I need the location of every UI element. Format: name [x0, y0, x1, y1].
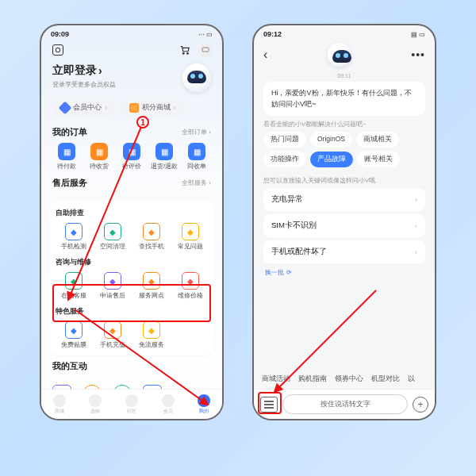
- chat-timestamp: 09:11: [254, 73, 435, 79]
- tab-bar: 商城 选购 社区 会员 我的: [41, 389, 222, 419]
- tab-mine[interactable]: 我的: [186, 390, 222, 419]
- category-chip[interactable]: 功能操作: [263, 152, 306, 167]
- faq-item[interactable]: SIM卡不识别›: [263, 214, 425, 237]
- avatar[interactable]: [182, 63, 211, 92]
- chip-hint: 看看全能的小V都能解决什么问题吧~: [263, 121, 425, 129]
- quick-link[interactable]: 领券中心: [335, 374, 363, 384]
- category-chip[interactable]: 热门问题: [263, 132, 306, 148]
- orders-more[interactable]: 全部订单 ›: [182, 128, 211, 136]
- service-item[interactable]: ◆手机充值: [93, 321, 132, 349]
- tab-member[interactable]: 会员: [150, 390, 186, 419]
- svg-point-0: [182, 53, 184, 55]
- phone-mockup-right: 09:12 ▤▭ ‹ ••• 09:11 Hi，亲爱的V粉，新年快乐！有什么问题…: [252, 24, 436, 420]
- points-mall-pill[interactable]: 积分商城›: [121, 98, 184, 117]
- refresh-button[interactable]: 换一批⟳: [265, 268, 424, 277]
- voice-input[interactable]: 按住说话转文字: [282, 394, 408, 414]
- annotation-1: [136, 116, 149, 129]
- after-more[interactable]: 全部服务 ›: [182, 178, 211, 187]
- faq-item[interactable]: 充电异常›: [263, 188, 425, 211]
- service-item[interactable]: ◆手机检测: [54, 223, 93, 251]
- login-title[interactable]: 立即登录›: [52, 63, 116, 78]
- category-chip[interactable]: 账号相关: [357, 152, 400, 167]
- group3-label: 特色服务: [56, 306, 208, 317]
- order-item[interactable]: ▦回收单: [182, 143, 211, 171]
- plus-icon[interactable]: +: [413, 397, 428, 413]
- phone-mockup-left: 09:09 ⋯▭ 立即登录› 登录享受更多会员权益 会员中心› 积分商城› 我的…: [40, 24, 224, 420]
- svg-point-1: [187, 53, 189, 55]
- quick-link[interactable]: 以: [408, 374, 415, 384]
- group1-label: 自助排查: [56, 208, 208, 218]
- member-center-pill[interactable]: 会员中心›: [52, 98, 115, 117]
- service-item[interactable]: ◆免流服务: [132, 321, 171, 349]
- order-item[interactable]: ▦待收货: [85, 143, 113, 171]
- svg-rect-2: [202, 48, 209, 52]
- order-item[interactable]: ▦退货/退款: [150, 143, 178, 171]
- service-item[interactable]: ◆免费贴膜: [54, 321, 93, 349]
- quick-link[interactable]: 商城活动: [262, 374, 290, 384]
- order-item[interactable]: ▦待付款: [52, 143, 81, 171]
- service-item[interactable]: ◆申请售后: [93, 272, 132, 300]
- login-subtitle: 登录享受更多会员权益: [52, 80, 116, 89]
- service-item[interactable]: ◆常见问题: [171, 223, 209, 251]
- status-time-r: 09:12: [263, 30, 282, 38]
- category-chip[interactable]: 产品故障: [310, 152, 353, 167]
- category-chip[interactable]: 商城相关: [356, 132, 399, 148]
- faq-item[interactable]: 手机或配件坏了›: [263, 240, 425, 263]
- interaction-title: 我的互动: [52, 360, 87, 372]
- service-item[interactable]: ◆空间清理: [93, 223, 132, 251]
- tab-community[interactable]: 社区: [113, 390, 150, 419]
- cart-icon[interactable]: [179, 44, 190, 56]
- category-chip[interactable]: OriginOS: [310, 132, 352, 148]
- more-icon[interactable]: •••: [411, 48, 425, 61]
- quick-link[interactable]: 机型对比: [371, 374, 400, 384]
- status-bar-r: 09:12 ▤▭: [254, 25, 435, 40]
- status-time: 09:09: [51, 30, 69, 38]
- service-item[interactable]: ◆在线客服: [54, 272, 93, 300]
- status-bar: 09:09 ⋯▭: [41, 25, 222, 40]
- bot-avatar: [328, 43, 351, 67]
- keyboard-icon[interactable]: [260, 397, 278, 413]
- service-item[interactable]: ◆查找手机: [132, 223, 171, 251]
- message-icon[interactable]: [198, 43, 213, 57]
- quick-links-row: 商城活动购机指南领券中心机型对比以: [254, 370, 435, 389]
- group2-label: 咨询与维修: [56, 257, 208, 267]
- order-item[interactable]: ▦待评价: [117, 143, 146, 171]
- settings-icon[interactable]: [52, 44, 63, 56]
- faq-hint: 您可以直接输入关键词或像这样问小V哦: [263, 177, 425, 185]
- back-button[interactable]: ‹: [263, 48, 267, 62]
- service-item[interactable]: ◆维修价格: [171, 272, 209, 300]
- orders-title: 我的订单: [52, 126, 87, 138]
- tab-shop[interactable]: 选购: [78, 390, 114, 419]
- tab-mall[interactable]: 商城: [41, 390, 78, 419]
- after-title: 售后服务: [52, 177, 87, 189]
- greeting-bubble: Hi，亲爱的V粉，新年快乐！有什么问题，不妨问问小V吧~: [263, 82, 425, 116]
- quick-link[interactable]: 购机指南: [298, 374, 327, 384]
- service-item[interactable]: ◆服务网点: [132, 272, 171, 300]
